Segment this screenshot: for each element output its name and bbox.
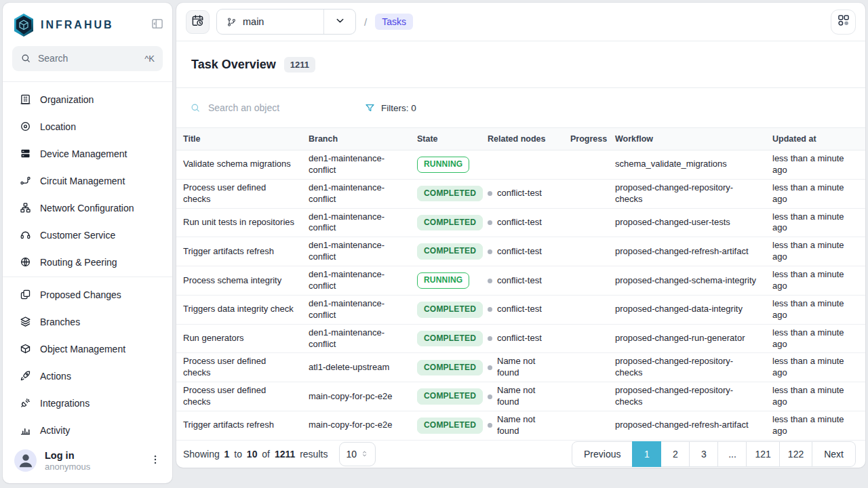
table-row[interactable]: Validate schema migrationsden1-maintenan… — [176, 150, 865, 180]
cell-state: RUNNING — [410, 150, 481, 180]
search-placeholder: Search — [38, 53, 68, 64]
sidebar-item-activity[interactable]: Activity — [3, 417, 172, 444]
sidebar-item-label: Object Management — [40, 344, 125, 354]
sidebar-item-label: Actions — [40, 371, 71, 382]
column-header-state: State — [410, 128, 481, 150]
table-row[interactable]: Trigger artifacts refreshmain-copy-for-p… — [176, 411, 865, 441]
proposed-icon — [20, 289, 31, 300]
pagination-ellipsis[interactable]: ... — [717, 441, 747, 467]
cell-updated-at: less than a minute ago — [766, 353, 865, 382]
cell-branch: den1-maintenance-conflict — [302, 179, 410, 208]
related-node-dot — [488, 279, 492, 283]
column-header-updated-at: Updated at — [766, 128, 865, 150]
pagination-page-3[interactable]: 3 — [689, 441, 718, 467]
summary-to: 10 — [247, 449, 258, 460]
sidebar-collapse-button[interactable] — [151, 17, 164, 33]
related-node-dot — [488, 249, 492, 254]
sidebar-item-device-management[interactable]: Device Management — [3, 140, 172, 167]
pagination-page-2[interactable]: 2 — [660, 441, 690, 467]
page-size-select[interactable]: 10 — [339, 442, 376, 466]
username: anonymous — [45, 462, 90, 472]
cell-title: Process user defined checks — [176, 353, 302, 382]
cell-progress — [564, 295, 608, 324]
table-row[interactable]: Run generatorsden1-maintenance-conflictC… — [176, 324, 865, 353]
object-search-placeholder: Search an object — [208, 102, 279, 113]
cell-state: COMPLETED — [410, 179, 481, 208]
infrahub-logo-icon — [13, 13, 35, 37]
cell-branch: den1-maintenance-conflict — [302, 324, 410, 353]
sidebar-search[interactable]: Search ^K — [12, 46, 163, 71]
sidebar-item-object-management[interactable]: Object Management — [3, 336, 172, 363]
pagination-page-121[interactable]: 121 — [746, 441, 779, 467]
related-node-name: conflict-test — [497, 246, 542, 258]
state-badge: COMPLETED — [417, 302, 483, 318]
branch-dropdown-toggle[interactable] — [324, 9, 355, 34]
location-icon — [20, 121, 31, 132]
filters-label: Filters: 0 — [381, 103, 416, 113]
cell-progress — [564, 150, 608, 180]
sidebar-item-proposed-changes[interactable]: Proposed Changes — [3, 281, 172, 308]
cell-title: Process user defined checks — [176, 382, 302, 411]
related-node-name: conflict-test — [497, 304, 542, 315]
task-table: TitleBranchStateRelated nodesProgressWor… — [176, 127, 865, 441]
object-search-input[interactable]: Search an object — [190, 102, 346, 113]
sidebar-item-label: Routing & Peering — [40, 257, 117, 268]
apps-button[interactable] — [831, 9, 856, 35]
sidebar-item-location[interactable]: Location — [3, 113, 172, 140]
branch-current[interactable]: main — [217, 9, 323, 34]
table-row[interactable]: Process user defined checksmain-copy-for… — [176, 382, 865, 411]
user-row[interactable]: Log in anonymous — [3, 444, 172, 483]
sidebar-item-actions[interactable]: Actions — [3, 363, 172, 390]
sidebar-item-label: Device Management — [40, 148, 127, 159]
sidebar-item-label: Customer Service — [40, 230, 115, 241]
cell-state: COMPLETED — [410, 237, 481, 266]
cell-workflow: proposed-changed-repository-checks — [608, 179, 766, 208]
sidebar-item-label: Activity — [40, 425, 70, 436]
table-row[interactable]: Run unit tests in repositoriesden1-maint… — [176, 208, 865, 237]
column-header-title: Title — [176, 128, 302, 150]
cell-branch: den1-maintenance-conflict — [302, 237, 410, 266]
table-row[interactable]: Triggers data integrity checkden1-mainte… — [176, 295, 865, 324]
branch-selector[interactable]: main — [216, 9, 356, 35]
table-header-row: TitleBranchStateRelated nodesProgressWor… — [176, 128, 865, 150]
pagination-page-1[interactable]: 1 — [632, 441, 661, 467]
sidebar-item-branches[interactable]: Branches — [3, 308, 172, 336]
sidebar-item-circuit-management[interactable]: Circuit Management — [3, 167, 172, 195]
cell-title: Run unit tests in repositories — [176, 208, 302, 237]
cell-related-nodes: conflict-test — [481, 324, 564, 353]
cell-branch: main-copy-for-pc-e2e — [302, 411, 410, 441]
sidebar-item-routing-peering[interactable]: Routing & Peering — [3, 249, 172, 276]
cell-title: Process schema integrity — [176, 266, 302, 296]
cell-updated-at: less than a minute ago — [766, 295, 865, 324]
main-content: main / Tasks Task Overview 1211 Search a… — [176, 3, 865, 468]
filters-button[interactable]: Filters: 0 — [365, 103, 416, 113]
cell-workflow: proposed-changed-refresh-artifact — [608, 411, 766, 441]
summary-from: 1 — [224, 449, 230, 460]
table-row[interactable]: Trigger artifacts refreshden1-maintenanc… — [176, 237, 865, 266]
cell-branch: den1-maintenance-conflict — [302, 295, 410, 324]
apps-grid-icon — [837, 14, 850, 30]
pagination-next[interactable]: Next — [812, 441, 856, 467]
time-travel-button[interactable] — [186, 10, 210, 34]
user-menu-button[interactable] — [149, 453, 161, 468]
pagination-previous[interactable]: Previous — [572, 441, 633, 467]
table-row[interactable]: Process user defined checksden1-maintena… — [176, 179, 865, 208]
state-badge: COMPLETED — [417, 360, 483, 376]
sidebar-item-customer-service[interactable]: Customer Service — [3, 222, 172, 249]
pagination-page-122[interactable]: 122 — [779, 441, 812, 467]
breadcrumb-tasks[interactable]: Tasks — [375, 14, 413, 30]
state-badge: COMPLETED — [417, 243, 483, 260]
table-row[interactable]: Process user defined checksatl1-delete-u… — [176, 353, 865, 382]
sidebar-item-label: Network Configuration — [40, 203, 134, 214]
sidebar-item-network-configuration[interactable]: Network Configuration — [3, 195, 172, 222]
table-row[interactable]: Process schema integrityden1-maintenance… — [176, 266, 865, 296]
related-node-dot — [488, 191, 492, 196]
sidebar-item-integrations[interactable]: Integrations — [3, 390, 172, 417]
summary-text: results — [300, 449, 328, 460]
cell-progress — [564, 411, 608, 441]
cell-title: Trigger artifacts refresh — [176, 411, 302, 441]
circuit-icon — [20, 175, 31, 186]
sidebar-item-organization[interactable]: Organization — [3, 86, 172, 113]
cell-updated-at: less than a minute ago — [766, 179, 865, 208]
related-node-dot — [488, 220, 492, 225]
